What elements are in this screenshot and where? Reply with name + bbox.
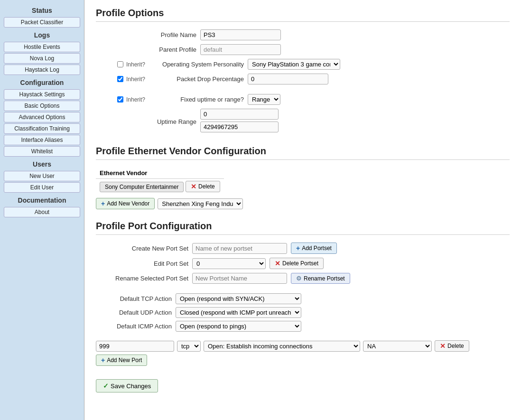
save-changes-button[interactable]: ✓ Save Changes <box>96 379 158 392</box>
sidebar-item-interface-aliases[interactable]: Interface Aliases <box>4 135 80 145</box>
x-icon: ✕ <box>191 183 196 190</box>
sidebar-item-haystack-settings[interactable]: Haystack Settings <box>4 89 80 100</box>
default-icmp-select[interactable]: Open (respond to pings) Closed Filtered <box>176 321 301 332</box>
profile-name-input[interactable] <box>200 29 281 40</box>
sidebar-item-nova-log[interactable]: Nova Log <box>4 53 80 64</box>
port-config-title: Profile Port Configuration <box>96 221 510 235</box>
uptime-group <box>200 109 279 134</box>
add-portset-label: Add Portset <box>302 245 332 252</box>
add-port-button[interactable]: + Add New Port <box>96 355 147 366</box>
packet-drop-row: Inherit? Packet Drop Percentage <box>96 74 510 84</box>
os-personality-select[interactable]: Sony PlayStation 3 game cor <box>248 59 340 70</box>
port-config-section: Profile Port Configuration Create New Po… <box>96 221 510 392</box>
port-action-entry-select[interactable]: Open: Establish incoming connections Clo… <box>204 341 360 352</box>
uptime-max-input[interactable] <box>200 121 279 132</box>
uptime-inherit-checkbox[interactable] <box>117 96 123 103</box>
add-port-label: Add New Port <box>107 357 142 364</box>
create-portset-input[interactable] <box>192 243 287 254</box>
port-protocol-select[interactable]: tcp udp icmp <box>177 341 201 352</box>
os-inherit-checkbox[interactable] <box>117 61 123 67</box>
os-personality-label: Operating System Personality <box>153 61 248 68</box>
rename-portset-row: Rename Selected Port Set ⚙ Rename Portse… <box>96 273 510 284</box>
sidebar-users-title: Users <box>0 158 84 170</box>
main-content: Profile Options Profile Name Parent Prof… <box>84 0 521 420</box>
profile-options-title: Profile Options <box>96 8 510 22</box>
add-new-vendor-button[interactable]: + Add New Vendor <box>96 198 155 209</box>
create-portset-label: Create New Port Set <box>96 245 188 252</box>
vendor-row: Sony Computer Entertainmer ✕ Delete <box>96 179 224 195</box>
sidebar-item-new-user[interactable]: New User <box>4 171 80 181</box>
parent-profile-input[interactable] <box>200 44 281 55</box>
add-portset-button[interactable]: + Add Portset <box>291 243 337 254</box>
rename-portset-button[interactable]: ⚙ Rename Portset <box>291 273 350 284</box>
plus-icon3: + <box>101 356 105 364</box>
profile-options-section: Profile Options Profile Name Parent Prof… <box>96 8 510 134</box>
save-changes-label: Save Changes <box>111 383 151 390</box>
edit-portset-select[interactable]: 0 <box>192 258 266 269</box>
vendor1-button[interactable]: Sony Computer Entertainmer <box>100 182 184 192</box>
uptime-range-select[interactable]: Range Fixed <box>248 94 280 105</box>
rename-portset-input[interactable] <box>192 273 287 284</box>
uptime-range-row: Uptime Range <box>96 109 510 134</box>
port-number-input[interactable] <box>96 341 174 352</box>
sidebar: Status Packet Classifier Logs Hostile Ev… <box>0 0 84 420</box>
ethernet-vendor-section: Profile Ethernet Vendor Configuration Et… <box>96 146 510 209</box>
edit-portset-label: Edit Port Set <box>96 260 188 267</box>
plus-icon2: + <box>296 244 300 252</box>
profile-name-label: Profile Name <box>96 31 200 38</box>
add-vendor-label: Add New Vendor <box>107 200 149 207</box>
sidebar-item-classification-training[interactable]: Classification Training <box>4 123 80 134</box>
packet-drop-label: Packet Drop Percentage <box>153 75 248 83</box>
parent-profile-row: Parent Profile <box>96 44 510 55</box>
vendor-col-header: Ethernet Vendor <box>96 168 224 179</box>
sidebar-item-hostile-events[interactable]: Hostile Events <box>4 42 80 52</box>
default-tcp-row: Default TCP Action Open (respond with SY… <box>96 293 510 304</box>
packet-drop-inherit-checkbox[interactable] <box>117 76 123 82</box>
delete-port-button[interactable]: ✕ Delete <box>435 340 469 352</box>
sidebar-logs-title: Logs <box>0 28 84 41</box>
default-udp-select[interactable]: Closed (respond with ICMP port unreach) … <box>176 307 301 318</box>
port-na-select[interactable]: NA <box>363 341 432 352</box>
uptime-min-input[interactable] <box>200 109 279 120</box>
sidebar-item-basic-options[interactable]: Basic Options <box>4 101 80 111</box>
vendor-table-cell: Sony Computer Entertainmer ✕ Delete <box>96 179 224 195</box>
x-icon2: ✕ <box>275 260 280 267</box>
vendor-table: Ethernet Vendor Sony Computer Entertainm… <box>96 168 224 194</box>
vendor-dropdown[interactable]: Shenzhen Xing Feng Industry <box>158 198 243 209</box>
rename-portset-label: Rename Selected Port Set <box>96 275 188 282</box>
packet-drop-inherit-label: Inherit? <box>126 76 145 83</box>
sidebar-status-title: Status <box>0 4 84 16</box>
fixed-uptime-label: Fixed uptime or range? <box>153 96 248 103</box>
rename-icon: ⚙ <box>296 275 302 282</box>
sidebar-item-edit-user[interactable]: Edit User <box>4 182 80 193</box>
sidebar-item-advanced-options[interactable]: Advanced Options <box>4 112 80 122</box>
create-portset-row: Create New Port Set + Add Portset <box>96 243 510 254</box>
default-tcp-label: Default TCP Action <box>96 295 172 302</box>
delete-vendor1-button[interactable]: ✕ Delete <box>186 181 220 192</box>
add-port-row: + Add New Port <box>96 355 510 366</box>
check-icon: ✓ <box>103 382 109 390</box>
rename-portset-btn-label: Rename Portset <box>304 275 345 282</box>
sidebar-config-title: Configuration <box>0 76 84 88</box>
sidebar-docs-title: Documentation <box>0 194 84 206</box>
default-icmp-label: Default ICMP Action <box>96 323 172 330</box>
parent-profile-label: Parent Profile <box>96 46 200 53</box>
sidebar-item-haystack-log[interactable]: Haystack Log <box>4 65 80 75</box>
uptime-row: Inherit? Fixed uptime or range? Range Fi… <box>96 94 510 105</box>
delete-vendor1-label: Delete <box>198 183 215 190</box>
uptime-inherit-label: Inherit? <box>126 96 145 103</box>
edit-portset-row: Edit Port Set 0 ✕ Delete Portset <box>96 258 510 269</box>
sidebar-item-whitelist[interactable]: Whitelist <box>4 146 80 157</box>
ethernet-vendor-title: Profile Ethernet Vendor Configuration <box>96 146 510 160</box>
delete-portset-button[interactable]: ✕ Delete Portset <box>270 258 324 269</box>
port-entry-row: tcp udp icmp Open: Establish incoming co… <box>96 340 510 352</box>
default-tcp-select[interactable]: Open (respond with SYN/ACK) Closed (resp… <box>176 293 301 304</box>
profile-name-row: Profile Name <box>96 29 510 40</box>
delete-portset-label: Delete Portset <box>282 260 318 267</box>
x-icon3: ✕ <box>440 342 446 350</box>
default-udp-label: Default UDP Action <box>96 309 172 316</box>
packet-drop-input[interactable] <box>248 74 328 84</box>
sidebar-item-about[interactable]: About <box>4 207 80 217</box>
save-changes-row: ✓ Save Changes <box>96 379 510 392</box>
sidebar-item-packet-classifier[interactable]: Packet Classifier <box>4 17 80 28</box>
